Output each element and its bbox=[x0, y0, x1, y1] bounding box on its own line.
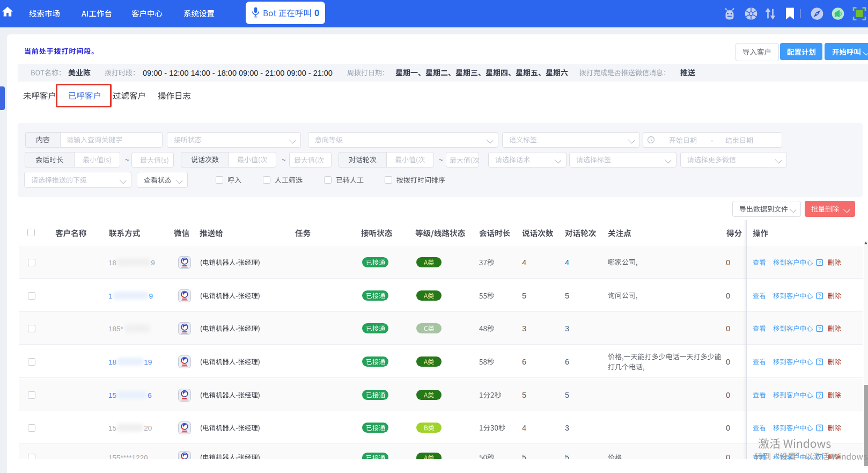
svg-text:?: ? bbox=[818, 260, 821, 265]
svg-text:?: ? bbox=[818, 293, 821, 299]
svg-text:?: ? bbox=[818, 392, 821, 398]
svg-text:?: ? bbox=[818, 359, 821, 365]
svg-text:?: ? bbox=[818, 425, 821, 431]
svg-text:?: ? bbox=[818, 326, 821, 331]
